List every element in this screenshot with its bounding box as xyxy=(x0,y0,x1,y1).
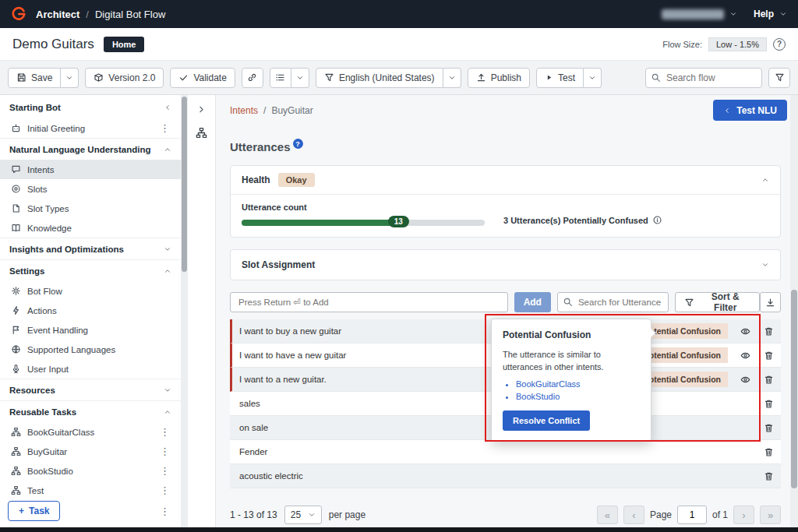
chevron-down-icon xyxy=(65,74,73,82)
sidebar-item-bookstudio[interactable]: BookStudio ⋮ xyxy=(0,461,181,481)
trash-icon[interactable] xyxy=(764,447,774,457)
chevron-up-icon[interactable] xyxy=(164,267,171,275)
robot-icon xyxy=(11,123,21,133)
kebab-menu-icon[interactable]: ⋮ xyxy=(157,506,173,516)
prev-page-button[interactable]: ‹ xyxy=(623,506,644,524)
sidebar-item-intents[interactable]: Intents xyxy=(0,160,181,179)
sidebar-item-bookguitarclass[interactable]: BookGuitarClass ⋮ xyxy=(0,422,181,442)
main-scrollbar[interactable] xyxy=(790,95,798,527)
utterance-row[interactable]: acoustic electric xyxy=(230,464,781,488)
chevron-up-icon[interactable] xyxy=(164,146,171,153)
page-number-input[interactable] xyxy=(677,506,707,524)
utterance-text: on sale xyxy=(239,423,268,432)
home-badge[interactable]: Home xyxy=(104,37,145,52)
bookstudio-link[interactable]: BookStudio xyxy=(516,392,560,401)
kebab-menu-icon[interactable]: ⋮ xyxy=(157,123,173,133)
scrollbar-thumb[interactable] xyxy=(182,97,187,272)
sidebar-item-knowledge[interactable]: Knowledge xyxy=(0,218,181,238)
sidebar-scrollbar[interactable] xyxy=(181,95,188,527)
utterance-count-bar: 13 xyxy=(242,220,485,226)
sidebar-item-actions[interactable]: Actions xyxy=(0,301,181,320)
page-size-select[interactable]: 25 xyxy=(284,506,322,524)
sidebar-item-buyguitar[interactable]: BuyGuitar ⋮ xyxy=(0,442,181,461)
publish-button[interactable]: Publish xyxy=(468,68,530,88)
flow-search-input[interactable] xyxy=(645,68,762,88)
kebab-menu-icon[interactable]: ⋮ xyxy=(157,466,173,476)
first-page-button[interactable]: « xyxy=(597,506,618,524)
import-export-button[interactable] xyxy=(760,292,781,312)
expand-panel-chevron-right-icon[interactable] xyxy=(196,104,207,115)
section-settings[interactable]: Settings xyxy=(0,259,181,281)
trash-icon[interactable] xyxy=(764,326,774,336)
list-view-dropdown-button[interactable] xyxy=(291,68,309,88)
add-utterance-button[interactable]: Add xyxy=(514,292,551,312)
save-dropdown-button[interactable] xyxy=(61,68,79,88)
chevron-up-icon[interactable] xyxy=(164,408,171,416)
eye-icon[interactable] xyxy=(740,375,750,385)
sidebar-item-initial-greeting[interactable]: Initial Greeting ⋮ xyxy=(0,118,181,138)
version-button[interactable]: Version 2.0 xyxy=(85,68,164,88)
utterance-search-input[interactable] xyxy=(557,292,669,312)
validate-button[interactable]: Validate xyxy=(170,68,235,88)
help-circle-icon[interactable]: ? xyxy=(773,38,786,51)
kebab-menu-icon[interactable]: ⋮ xyxy=(157,446,173,456)
trash-icon[interactable] xyxy=(764,351,774,361)
chevron-left-icon[interactable] xyxy=(164,104,171,111)
chevron-down-icon[interactable] xyxy=(761,261,769,269)
next-page-button[interactable]: › xyxy=(733,506,754,524)
trash-icon[interactable] xyxy=(764,399,774,409)
chevron-up-icon[interactable] xyxy=(761,176,769,184)
kebab-menu-icon[interactable]: ⋮ xyxy=(157,427,173,437)
trash-icon[interactable] xyxy=(764,471,774,481)
help-menu[interactable]: Help xyxy=(754,9,774,19)
kebab-menu-icon[interactable]: ⋮ xyxy=(157,485,173,495)
chevron-down-icon[interactable] xyxy=(164,386,171,394)
utterance-add-input[interactable] xyxy=(230,292,508,312)
sort-filter-button[interactable]: Sort & Filter xyxy=(675,292,760,312)
sidebar-item-supported-languages[interactable]: Supported Languages xyxy=(0,340,181,359)
sidebar-item-slot-types[interactable]: Slot Types xyxy=(0,199,181,218)
eye-icon[interactable] xyxy=(740,326,750,336)
scrollbar-thumb[interactable] xyxy=(791,290,797,488)
bookguitarclass-link[interactable]: BookGuitarClass xyxy=(516,379,581,389)
chevron-down-icon[interactable] xyxy=(164,245,171,253)
sidebar-item-event-handling[interactable]: Event Handling xyxy=(0,320,181,340)
user-name-redacted[interactable] xyxy=(662,9,724,19)
save-button[interactable]: Save xyxy=(8,68,61,88)
eye-icon[interactable] xyxy=(740,351,750,361)
slot-assignment-header[interactable]: Slot Assignment xyxy=(231,250,780,279)
sidebar-item-bot-flow[interactable]: Bot Flow xyxy=(0,281,181,301)
chevron-down-icon[interactable] xyxy=(729,10,737,18)
section-resources[interactable]: Resources xyxy=(0,379,181,400)
info-icon[interactable] xyxy=(652,215,662,225)
test-dropdown-button[interactable] xyxy=(584,68,602,88)
section-nlu[interactable]: Natural Language Understanding xyxy=(0,138,181,160)
test-button[interactable]: Test xyxy=(536,68,584,88)
health-card-header[interactable]: Health Okay xyxy=(231,166,780,195)
language-label: English (United States) xyxy=(339,72,435,83)
section-insights[interactable]: Insights and Optimizations xyxy=(0,238,181,259)
breadcrumb-intents-link[interactable]: Intents xyxy=(230,105,258,116)
resolve-conflict-button[interactable]: Resolve Conflict xyxy=(503,410,590,431)
add-task-button[interactable]: + Task xyxy=(8,501,60,521)
section-reusable-tasks[interactable]: Reusable Tasks xyxy=(0,400,181,422)
trash-icon[interactable] xyxy=(764,423,774,433)
sidebar-item-user-input[interactable]: User Input xyxy=(0,359,181,379)
sidebar-item-slots[interactable]: Slots xyxy=(0,179,181,199)
test-nlu-button[interactable]: Test NLU xyxy=(713,100,787,121)
section-starting-bot[interactable]: Starting Bot xyxy=(0,97,181,118)
utterance-text: I want to have a new guitar xyxy=(239,351,346,360)
section-label: Resources xyxy=(9,386,55,395)
trash-icon[interactable] xyxy=(764,375,774,385)
link-button[interactable] xyxy=(242,68,263,88)
sidebar-item-test-task[interactable]: Test ⋮ xyxy=(0,481,181,500)
last-page-button[interactable]: » xyxy=(760,506,781,524)
search-filter-button[interactable] xyxy=(768,68,790,88)
help-circle-icon[interactable]: ? xyxy=(293,139,303,149)
utterance-row[interactable]: Fender xyxy=(230,440,781,464)
language-button[interactable]: English (United States) xyxy=(316,68,443,88)
sitemap-icon[interactable] xyxy=(196,127,207,139)
list-view-button[interactable] xyxy=(270,68,291,88)
language-dropdown-button[interactable] xyxy=(443,68,461,88)
chevron-down-icon[interactable] xyxy=(779,10,787,18)
